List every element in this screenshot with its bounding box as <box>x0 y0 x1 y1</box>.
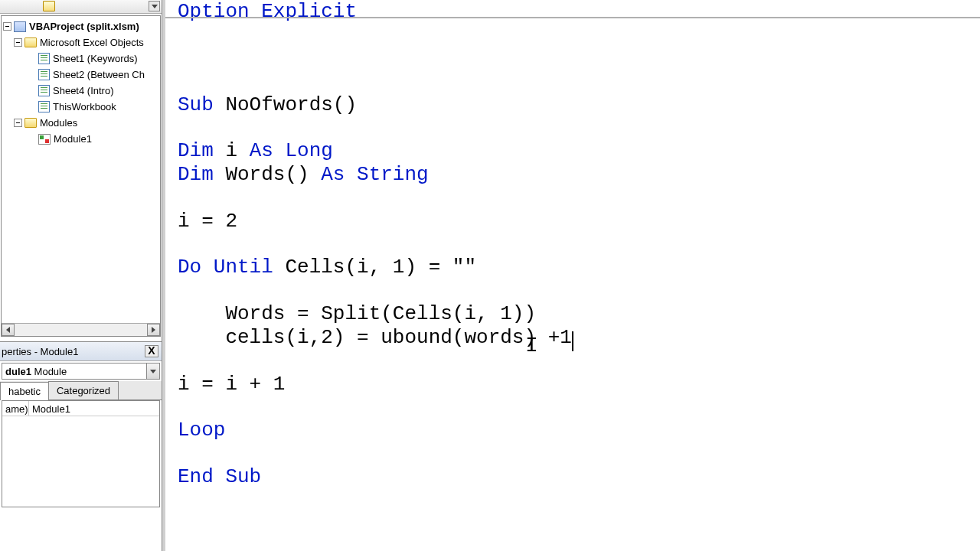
tree-item-label: ThisWorkbook <box>53 101 116 112</box>
folder-icon <box>24 118 37 128</box>
scroll-left-button[interactable] <box>2 324 15 336</box>
properties-title-text: perties - Module1 <box>2 346 78 357</box>
folder-icon <box>24 37 37 47</box>
worksheet-icon <box>38 69 50 80</box>
module-icon <box>38 134 51 145</box>
properties-titlebar: perties - Module1 X <box>0 342 162 361</box>
code-content[interactable]: Option Explicit Sub NoOfwords() Dim i As… <box>165 0 980 489</box>
project-explorer-panel: VBAProject (split.xlsm) Microsoft Excel … <box>0 0 162 551</box>
module1-node[interactable]: Module1 <box>3 131 158 147</box>
declarations-separator <box>165 17 980 18</box>
project-root-node[interactable]: VBAProject (split.xlsm) <box>3 18 158 34</box>
modules-folder-node[interactable]: Modules <box>3 115 158 131</box>
project-tree[interactable]: VBAProject (split.xlsm) Microsoft Excel … <box>1 15 161 337</box>
toolbar-dropdown[interactable] <box>149 1 160 11</box>
scroll-right-button[interactable] <box>147 324 160 336</box>
sheet2-node[interactable]: Sheet2 (Between Ch <box>3 67 158 83</box>
worksheet-icon <box>38 53 50 64</box>
properties-panel: perties - Module1 X dule1 Module habetic… <box>0 341 162 509</box>
object-selector[interactable]: dule1 Module <box>2 363 160 380</box>
object-selector-text: dule1 Module <box>2 364 146 379</box>
tree-item-label: Modules <box>40 117 77 129</box>
tree-item-label: Sheet4 (Intro) <box>53 85 114 96</box>
excel-objects-node[interactable]: Microsoft Excel Objects <box>3 34 158 51</box>
horizontal-scrollbar[interactable] <box>2 323 160 336</box>
dropdown-icon[interactable] <box>146 364 159 379</box>
project-icon <box>14 21 26 32</box>
property-row[interactable]: ame) Module1 <box>2 401 159 416</box>
folder-toolbar-icon[interactable] <box>43 1 55 11</box>
tab-categorized[interactable]: Categorized <box>48 381 119 399</box>
property-name: ame) <box>2 401 29 416</box>
tree-item-label: Sheet1 (Keywords) <box>53 53 138 64</box>
properties-tabs: habetic Categorized <box>0 381 162 400</box>
tree-item-label: Microsoft Excel Objects <box>40 37 144 48</box>
sheet1-node[interactable]: Sheet1 (Keywords) <box>3 51 158 67</box>
code-editor[interactable]: Option Explicit Sub NoOfwords() Dim i As… <box>162 0 980 551</box>
tree-item-label: Sheet2 (Between Ch <box>53 69 145 80</box>
property-value[interactable]: Module1 <box>29 401 159 416</box>
thisworkbook-node[interactable]: ThisWorkbook <box>3 99 158 115</box>
text-cursor <box>572 331 573 351</box>
expand-toggle-icon[interactable] <box>14 119 22 127</box>
workbook-icon <box>38 101 50 112</box>
expand-toggle-icon[interactable] <box>14 38 22 47</box>
tree-item-label: Module1 <box>54 133 92 145</box>
expand-toggle-icon[interactable] <box>3 22 11 31</box>
properties-grid[interactable]: ame) Module1 <box>2 400 160 507</box>
worksheet-icon <box>38 85 50 96</box>
project-label: VBAProject (split.xlsm) <box>29 21 139 32</box>
close-button[interactable]: X <box>145 345 158 357</box>
scroll-track[interactable] <box>15 324 147 336</box>
sheet4-node[interactable]: Sheet4 (Intro) <box>3 83 158 99</box>
tab-alphabetic[interactable]: habetic <box>0 382 49 400</box>
project-toolbar <box>0 0 162 14</box>
